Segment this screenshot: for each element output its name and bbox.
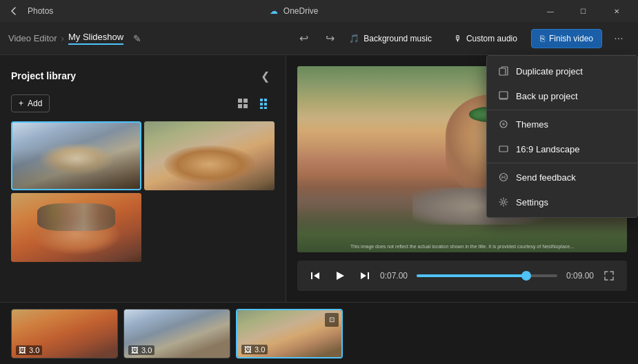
svg-rect-2 [238, 104, 242, 108]
menu-divider-1 [487, 110, 637, 110]
list-view-button[interactable] [255, 94, 275, 113]
media-grid [0, 121, 286, 262]
media-item-cubs[interactable] [144, 121, 275, 190]
duration-cubs: 3.0 [255, 345, 265, 354]
timeline-label-cubs: 🖼 3.0 [241, 345, 268, 354]
duration-tigers: 3.0 [29, 346, 39, 354]
svg-rect-11 [311, 272, 312, 279]
timeline-item-wolves[interactable]: 🖼 3.0 [123, 309, 230, 358]
grid-view-button[interactable] [233, 94, 252, 113]
svg-marker-10 [314, 272, 319, 279]
window-controls: — ☐ ✕ [535, 0, 632, 22]
svg-rect-19 [499, 146, 508, 152]
total-time: 0:09.00 [563, 271, 594, 281]
more-options-button[interactable]: ··· [608, 28, 630, 50]
image-icon: 🖼 [19, 346, 26, 354]
menu-item-landscape[interactable]: 16:9 Landscape [487, 136, 637, 161]
svg-rect-14 [368, 272, 369, 279]
duplicate-icon [498, 65, 509, 77]
duplicate-label: Duplicate project [516, 66, 583, 77]
title-bar: Photos ☁ OneDrive — ☐ ✕ [0, 0, 638, 22]
custom-audio-label: Custom audio [466, 34, 517, 43]
menu-item-themes[interactable]: Themes [487, 112, 637, 136]
landscape-icon [498, 143, 509, 154]
next-button[interactable] [355, 266, 375, 285]
svg-rect-7 [264, 103, 267, 105]
menu-item-settings[interactable]: Settings [487, 190, 637, 214]
svg-rect-3 [243, 104, 248, 108]
timeline-item-tigers[interactable]: 🖼 3.0 [11, 309, 118, 358]
breadcrumb: Video Editor › My Slideshow [8, 32, 123, 45]
svg-marker-12 [337, 272, 344, 280]
plus-icon: + [19, 99, 23, 108]
image-icon-2: 🖼 [131, 346, 139, 354]
svg-rect-4 [260, 99, 263, 101]
settings-label: Settings [516, 197, 548, 208]
themes-icon [498, 119, 509, 130]
music-icon: 🎵 [349, 34, 359, 43]
svg-point-23 [502, 201, 505, 203]
toolbar: Video Editor › My Slideshow ✎ ↩ ↪ 🎵 Back… [0, 22, 638, 55]
export-icon: ⎘ [540, 34, 545, 43]
sidebar-title: Project library [11, 70, 76, 81]
breadcrumb-link[interactable]: Video Editor [8, 33, 57, 43]
previous-button[interactable] [306, 266, 325, 285]
video-controls: 0:07.00 0:09.00 [297, 261, 627, 291]
expand-button[interactable] [599, 266, 619, 285]
svg-rect-8 [260, 107, 263, 109]
breadcrumb-separator: › [61, 33, 64, 43]
minimize-button[interactable]: — [535, 0, 566, 22]
back-button[interactable] [6, 3, 22, 19]
project-library-sidebar: Project library ❮ + Add [0, 55, 286, 302]
svg-rect-16 [499, 92, 508, 99]
dropdown-menu: Duplicate project Back up project Themes… [486, 55, 638, 218]
menu-item-backup[interactable]: Back up project [487, 83, 637, 108]
backup-icon [498, 90, 509, 101]
redo-button[interactable]: ↪ [319, 28, 341, 50]
svg-rect-6 [260, 103, 263, 105]
menu-divider-2 [487, 163, 637, 163]
background-music-label: Background music [363, 34, 432, 43]
progress-bar[interactable] [417, 274, 557, 277]
undo-button[interactable]: ↩ [292, 28, 315, 50]
maximize-button[interactable]: ☐ [568, 0, 599, 22]
sidebar-toolbar: + Add [0, 94, 286, 121]
timeline-item-cubs[interactable]: ⊡ 🖼 3.0 [236, 309, 343, 358]
view-toggle [233, 94, 275, 113]
collapse-sidebar-button[interactable]: ❮ [255, 66, 275, 85]
svg-rect-0 [238, 99, 242, 103]
progress-thumb [521, 271, 531, 281]
onedrive-area: ☁ OneDrive [270, 6, 319, 16]
media-item-tigers[interactable] [11, 193, 141, 262]
duration-wolves: 3.0 [141, 346, 152, 354]
svg-rect-5 [264, 99, 267, 101]
settings-icon [498, 196, 509, 208]
audio-icon: 🎙 [454, 34, 462, 43]
timeline-label-wolves: 🖼 3.0 [128, 345, 154, 355]
onedrive-label: OneDrive [283, 6, 319, 16]
edit-name-button[interactable]: ✎ [128, 29, 147, 48]
svg-marker-13 [361, 272, 366, 279]
toolbar-right: 🎵 Background music 🎙 Custom audio ⎘ Fini… [341, 28, 630, 50]
close-button[interactable]: ✕ [601, 0, 632, 22]
video-caption: This image does not reflect the actual l… [300, 243, 624, 250]
custom-audio-button[interactable]: 🎙 Custom audio [446, 30, 526, 48]
play-button[interactable] [330, 266, 350, 285]
finish-video-label: Finish video [549, 34, 593, 43]
background-music-button[interactable]: 🎵 Background music [341, 30, 440, 48]
add-media-button[interactable]: + Add [11, 94, 50, 112]
menu-item-feedback[interactable]: Send feedback [487, 165, 637, 190]
breadcrumb-current: My Slideshow [68, 32, 123, 45]
current-time: 0:07.00 [380, 271, 411, 281]
timeline: 🖼 3.0 🖼 3.0 ⊡ 🖼 3.0 [0, 302, 638, 364]
backup-label: Back up project [516, 91, 578, 101]
svg-rect-1 [243, 99, 248, 103]
landscape-label: 16:9 Landscape [516, 144, 580, 154]
onedrive-icon: ☁ [270, 6, 278, 16]
finish-video-button[interactable]: ⎘ Finish video [531, 29, 602, 48]
image-icon-3: 🖼 [244, 345, 252, 354]
menu-item-duplicate[interactable]: Duplicate project [487, 59, 637, 83]
feedback-icon [498, 172, 509, 183]
timeline-label-tigers: 🖼 3.0 [16, 345, 42, 355]
media-item-wolves[interactable] [11, 121, 141, 190]
